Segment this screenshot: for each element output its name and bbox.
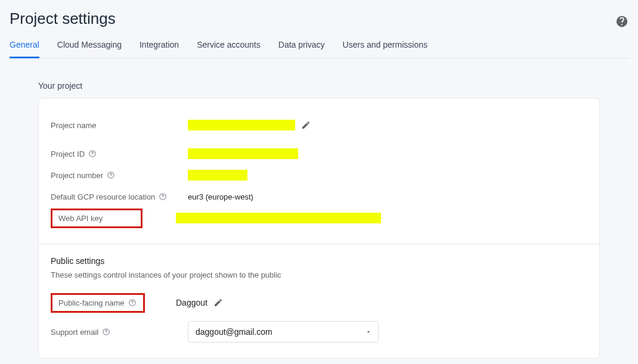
value-project-number-redacted xyxy=(188,170,247,181)
edit-project-name-icon[interactable] xyxy=(301,120,311,130)
tab-users-permissions[interactable]: Users and permissions xyxy=(343,36,428,58)
info-icon[interactable] xyxy=(102,328,110,336)
chevron-down-icon xyxy=(365,328,372,335)
highlight-public-facing-name: Public-facing name xyxy=(51,293,145,313)
info-icon[interactable] xyxy=(107,171,115,179)
help-icon[interactable] xyxy=(615,15,628,28)
label-public-facing-name: Public-facing name xyxy=(58,298,125,307)
value-default-gcp: eur3 (europe-west) xyxy=(188,192,253,201)
svg-point-3 xyxy=(111,176,112,177)
support-email-select[interactable]: daggout@gmail.com xyxy=(188,321,379,343)
label-project-number: Project number xyxy=(51,171,103,180)
label-project-id: Project ID xyxy=(51,150,85,158)
highlight-web-api-key: Web API key xyxy=(51,209,143,228)
label-default-gcp: Default GCP resource location xyxy=(51,192,155,201)
info-icon[interactable] xyxy=(128,298,137,307)
value-project-name-redacted xyxy=(188,120,295,130)
value-public-facing-name: Daggout xyxy=(176,298,207,307)
tab-integration[interactable]: Integration xyxy=(140,36,179,58)
page-title: Project settings xyxy=(10,10,116,28)
support-email-value: daggout@gmail.com xyxy=(196,327,272,337)
label-support-email: Support email xyxy=(51,328,98,337)
project-card: Project name Project ID xyxy=(38,98,600,359)
label-project-name: Project name xyxy=(51,121,97,130)
public-settings-heading: Public settings xyxy=(51,256,587,266)
svg-point-1 xyxy=(92,155,93,155)
svg-point-7 xyxy=(132,304,132,304)
tab-data-privacy[interactable]: Data privacy xyxy=(278,36,325,58)
tab-general[interactable]: General xyxy=(10,36,39,58)
info-icon[interactable] xyxy=(88,150,97,158)
section-your-project: Your project xyxy=(38,81,628,91)
svg-point-5 xyxy=(163,198,163,198)
info-icon[interactable] xyxy=(159,192,167,201)
svg-point-9 xyxy=(106,333,107,334)
public-settings-desc: These settings control instances of your… xyxy=(51,270,587,279)
value-project-id-redacted xyxy=(188,148,298,159)
card-divider xyxy=(39,244,599,244)
edit-public-facing-name-icon[interactable] xyxy=(213,298,223,307)
tabs-bar: General Cloud Messaging Integration Serv… xyxy=(10,36,628,58)
tab-service-accounts[interactable]: Service accounts xyxy=(197,36,261,58)
label-web-api-key: Web API key xyxy=(58,214,103,223)
tab-cloud-messaging[interactable]: Cloud Messaging xyxy=(57,36,122,58)
value-web-api-key-redacted xyxy=(176,213,381,223)
